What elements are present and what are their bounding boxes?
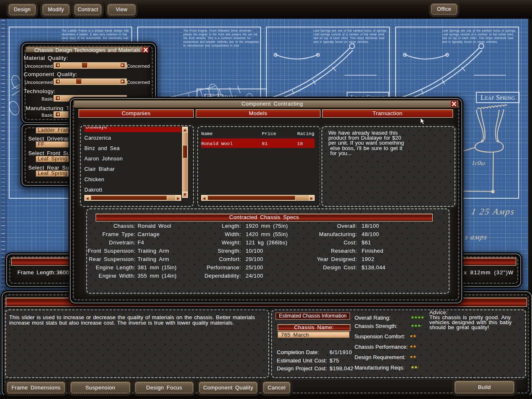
svg-text:ѕ aмрs: ѕ aмрs bbox=[464, 233, 488, 241]
svg-text:1c0ω: 1c0ω bbox=[471, 160, 485, 166]
svg-text:1 25 Aмрѕ: 1 25 Aмрѕ bbox=[470, 207, 516, 217]
